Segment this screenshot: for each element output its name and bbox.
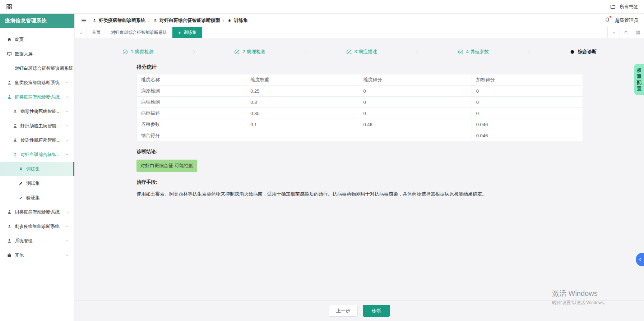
sidebar-item-label: 首页 bbox=[15, 37, 24, 43]
table-cell: 0.046 bbox=[472, 119, 583, 130]
sidebar-menu: 首页数据大屏对虾白斑综合征智能诊断系统鱼类疫病智能诊断系统虾类疫病智能诊断系统病… bbox=[0, 28, 74, 321]
table-cell: 0 bbox=[472, 86, 583, 97]
sidebar-item-label: 训练集 bbox=[26, 166, 40, 172]
step-farming-parameters: 4-养殖参数 bbox=[458, 49, 489, 55]
sidebar-item-label: 测试集 bbox=[26, 180, 40, 187]
table-cell bbox=[246, 130, 359, 141]
sidebar-item-validation-set[interactable]: 验证集 bbox=[0, 191, 74, 205]
step-separator-icon bbox=[377, 49, 458, 55]
tab-training-set[interactable]: 训练集 bbox=[172, 27, 202, 38]
sidebar-item-label: 鱼类疫病智能诊断系统 bbox=[15, 80, 60, 86]
diagnosis-conclusion-label: 诊断结论: bbox=[136, 148, 583, 155]
step-label: 综合诊断 bbox=[578, 49, 597, 55]
table-cell: 0 bbox=[472, 108, 583, 119]
chev-down-icon bbox=[65, 109, 69, 114]
tab-refresh-icon[interactable] bbox=[620, 27, 632, 38]
step-symptom-description: 3-病症描述 bbox=[346, 49, 377, 55]
sidebar-item-viral-covert-mortality-model[interactable]: 病毒性偷死病智能诊断模型 bbox=[0, 104, 74, 119]
model-icon bbox=[92, 18, 97, 23]
model-icon bbox=[6, 210, 12, 215]
tab-home[interactable]: 首页 bbox=[87, 27, 106, 38]
screen-icon bbox=[6, 51, 12, 56]
breadcrumb-label: 虾类疫病智能诊断系统 bbox=[99, 17, 145, 24]
all-bookmarks-label[interactable]: 所有书签 bbox=[620, 4, 638, 10]
weight-config-tab[interactable]: 权重配置 bbox=[634, 64, 644, 95]
notification-bell-icon[interactable] bbox=[604, 16, 611, 24]
tabs-scroll-right-icon[interactable] bbox=[607, 27, 620, 38]
step-comprehensive-diagnosis: 综合诊断 bbox=[569, 49, 597, 55]
model-icon bbox=[6, 95, 12, 100]
sidebar-item-fish-system[interactable]: 鱼类疫病智能诊断系统 bbox=[0, 75, 74, 90]
tab-label: 首页 bbox=[92, 29, 101, 36]
sidebar-item-training-set[interactable]: 训练集 bbox=[0, 162, 74, 176]
browser-bar: 所有书签 bbox=[0, 0, 644, 14]
model-icon bbox=[153, 18, 158, 23]
tab-layout-icon[interactable] bbox=[632, 27, 644, 38]
sidebar-item-data-screen[interactable]: 数据大屏 bbox=[0, 47, 74, 61]
table-cell: 病理检测 bbox=[137, 97, 246, 108]
model-icon bbox=[12, 138, 18, 143]
current-user[interactable]: 超级管理员 bbox=[615, 17, 638, 24]
chev-down-icon bbox=[65, 138, 69, 142]
treatment-text: 使用如土霉素、阿莫西林等抗生素类药物来抑制或消灭致病菌，适用于确定细菌感染后的治… bbox=[136, 191, 583, 198]
main-header: 虾类疫病智能诊断系统/对虾白斑综合征智能诊断模型/训练集 超级管理员 bbox=[75, 14, 644, 27]
chev-down-icon bbox=[65, 210, 69, 214]
sidebar-item-wssd-system-link[interactable]: 对虾白斑综合征智能诊断系统 bbox=[0, 61, 74, 75]
breadcrumb-item[interactable]: 虾类疫病智能诊断系统 bbox=[92, 17, 145, 24]
table-header-cell: 维度权重 bbox=[246, 74, 359, 86]
tabs: 首页对虾白斑综合征智能诊断系统训练集 bbox=[87, 27, 202, 38]
sidebar-item-shellfish-system[interactable]: 贝类疫病智能诊断系统 bbox=[0, 205, 74, 219]
sidebar-item-imn-model[interactable]: 传染性肌坏死智能诊断模型 bbox=[0, 133, 74, 147]
step-separator-icon bbox=[265, 49, 346, 55]
diagnose-button[interactable]: 诊断 bbox=[363, 305, 390, 317]
android-icon bbox=[18, 166, 23, 171]
sidebar-item-shrimp-system[interactable]: 虾类疫病智能诊断系统 bbox=[0, 90, 74, 104]
table-cell: 养殖参数 bbox=[137, 119, 246, 130]
table-row: 病症描述0.3500 bbox=[137, 108, 583, 119]
table-cell: 综合得分 bbox=[137, 130, 246, 141]
watermark-line1: 激活 Windows bbox=[552, 289, 608, 298]
briefcase-icon bbox=[6, 253, 12, 258]
apps-grid-icon[interactable] bbox=[6, 3, 13, 10]
pencil-icon bbox=[18, 181, 23, 186]
step-pathogen-detection: 1-病原检测 bbox=[122, 49, 154, 55]
result-panel: 得分统计 维度名称维度权重维度得分加权得分 病原检测0.2500病理检测0.30… bbox=[136, 64, 583, 198]
sidebar-item-label: 虾肝肠胞虫病智能诊断模型 bbox=[20, 123, 65, 129]
sidebar-item-label: 其他 bbox=[15, 252, 24, 258]
breadcrumb-item[interactable]: 训练集 bbox=[227, 17, 248, 24]
tab-wssd-system[interactable]: 对虾白斑综合征智能诊断系统 bbox=[106, 27, 172, 38]
tabs-scroll-left-icon[interactable] bbox=[75, 27, 87, 38]
main-area: 虾类疫病智能诊断系统/对虾白斑综合征智能诊断模型/训练集 超级管理员 首页对虾白… bbox=[75, 14, 644, 321]
step-pathology-detection: 2-病理检测 bbox=[234, 49, 265, 55]
sidebar-item-sea-cucumber-system[interactable]: 刺参疫病智能诊断系统 bbox=[0, 219, 74, 234]
table-cell: 病症描述 bbox=[137, 108, 246, 119]
weight-config-label: 权重配置 bbox=[637, 67, 642, 92]
sidebar-item-other[interactable]: 其他 bbox=[0, 248, 74, 262]
sidebar-item-home[interactable]: 首页 bbox=[0, 32, 74, 47]
sidebar-item-ehp-model[interactable]: 虾肝肠胞虫病智能诊断模型 bbox=[0, 119, 74, 133]
table-header-row: 维度名称维度权重维度得分加权得分 bbox=[137, 74, 583, 86]
divider bbox=[604, 3, 604, 10]
table-cell bbox=[359, 130, 472, 141]
score-table: 维度名称维度权重维度得分加权得分 病原检测0.2500病理检测0.300病症描述… bbox=[136, 74, 583, 141]
sidebar-item-wssd-model[interactable]: 对虾白斑综合征智能诊断模型 bbox=[0, 147, 74, 162]
sidebar-item-test-set[interactable]: 测试集 bbox=[0, 176, 74, 191]
step-separator-icon bbox=[154, 49, 234, 55]
chev-down-icon bbox=[65, 124, 69, 128]
model-icon bbox=[12, 152, 18, 157]
bookmarks-folder-icon[interactable] bbox=[610, 4, 616, 10]
wizard-footer: 上一步 诊断 bbox=[75, 300, 644, 321]
sidebar-item-label: 传染性肌坏死智能诊断模型 bbox=[20, 137, 65, 143]
previous-step-button[interactable]: 上一步 bbox=[329, 305, 358, 317]
breadcrumb-item[interactable]: 对虾白斑综合征智能诊断模型 bbox=[153, 17, 220, 24]
tab-bar: 首页对虾白斑综合征智能诊断系统训练集 bbox=[75, 27, 644, 38]
table-cell: 0.25 bbox=[246, 86, 359, 97]
chev-up-icon bbox=[65, 95, 69, 99]
sidebar-item-label: 数据大屏 bbox=[15, 51, 33, 57]
sidebar-item-system-management[interactable]: 系统管理 bbox=[0, 234, 74, 248]
sidebar: 疫病信息管理系统 首页数据大屏对虾白斑综合征智能诊断系统鱼类疫病智能诊断系统虾类… bbox=[0, 14, 75, 321]
step-label: 1-病原检测 bbox=[131, 49, 154, 55]
sidebar-item-label: 对虾白斑综合征智能诊断系统 bbox=[15, 65, 73, 72]
breadcrumb-separator: / bbox=[223, 18, 224, 23]
sidebar-collapse-icon[interactable] bbox=[80, 17, 87, 24]
